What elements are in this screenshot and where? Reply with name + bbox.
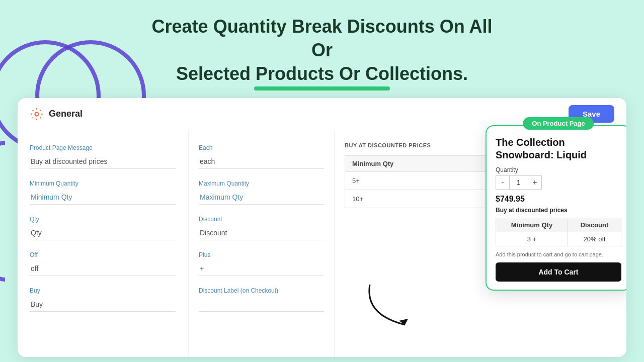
min-qty-label: Minimum Quantity xyxy=(30,180,176,187)
discount-group: Discount xyxy=(199,216,324,240)
product-page-message-input[interactable] xyxy=(30,154,176,169)
qty-value: 1 xyxy=(510,175,528,190)
mini-table-col-discount: Discount xyxy=(568,218,621,232)
card-body: Product Page Message Minimum Quantity Qt… xyxy=(18,130,626,357)
discount-label-group: Discount Label (on Checkout) xyxy=(199,287,324,312)
table-cell-min-qty-1: 5+ xyxy=(345,172,499,190)
page-title: Create Quantity Break Discounts On All O… xyxy=(146,15,498,90)
each-group: Each xyxy=(199,144,324,169)
min-qty-input[interactable] xyxy=(30,190,176,205)
cart-note: Add this product to cart and go to cart … xyxy=(496,251,621,257)
product-title: The Collection Snowboard: Liquid xyxy=(496,136,621,161)
table-cell-min-qty-2: 10+ xyxy=(345,190,499,208)
buy-group: Buy xyxy=(30,287,176,312)
card-title: General xyxy=(49,109,83,119)
table-col-min-qty: Minimum Qty xyxy=(345,156,499,172)
middle-form-panel: Each Maximum Quantity Discount Plus Disc… xyxy=(189,130,335,357)
off-input[interactable] xyxy=(30,261,176,276)
main-card: General Save Product Page Message Minimu… xyxy=(18,98,626,357)
table-panel: BUY AT DISCOUNTED PRICES Minimum Qty Dis… xyxy=(335,130,626,357)
buy-discounted-label: Buy at discounted prices xyxy=(496,207,621,214)
max-qty-group: Maximum Quantity xyxy=(199,180,324,205)
qty-minus-button[interactable]: - xyxy=(496,175,510,190)
add-to-cart-button[interactable]: Add To Cart xyxy=(496,262,621,282)
each-input[interactable] xyxy=(199,154,324,169)
each-label: Each xyxy=(199,144,324,151)
product-page-message-label: Product Page Message xyxy=(30,144,176,151)
discount-label: Discount xyxy=(199,216,324,223)
buy-label: Buy xyxy=(30,287,176,294)
discount-input[interactable] xyxy=(199,226,324,240)
plus-group: Plus xyxy=(199,251,324,276)
off-group: Off xyxy=(30,251,176,276)
gear-icon xyxy=(30,107,44,121)
product-card-badge: On Product Page xyxy=(523,117,594,130)
card-header-left: General xyxy=(30,107,83,121)
qty-stepper: - 1 + xyxy=(496,175,621,190)
right-section: Each Maximum Quantity Discount Plus Disc… xyxy=(189,130,626,357)
title-underline xyxy=(254,86,390,90)
mini-table-col-min-qty: Minimum Qty xyxy=(496,218,568,232)
page-header: Create Quantity Break Discounts On All O… xyxy=(0,15,644,90)
buy-input[interactable] xyxy=(30,297,176,312)
plus-label: Plus xyxy=(199,251,324,258)
qty-input[interactable] xyxy=(30,226,176,240)
left-form-panel: Product Page Message Minimum Quantity Qt… xyxy=(18,130,189,357)
product-preview-card: On Product Page The Collection Snowboard… xyxy=(486,125,626,291)
min-qty-group: Minimum Quantity xyxy=(30,180,176,205)
mini-table-cell-min-qty: 3 + xyxy=(496,232,568,246)
product-price: $749.95 xyxy=(496,195,621,204)
mini-discount-table: Minimum Qty Discount 3 + 20% off xyxy=(496,218,621,246)
product-page-message-group: Product Page Message xyxy=(30,144,176,169)
mini-table-row: 3 + 20% off xyxy=(496,232,621,246)
off-label: Off xyxy=(30,251,176,258)
product-qty-label: Quantity xyxy=(496,166,621,173)
arrow-icon xyxy=(360,280,425,335)
qty-group: Qty xyxy=(30,216,176,240)
discount-checkout-input[interactable] xyxy=(199,297,324,312)
qty-plus-button[interactable]: + xyxy=(528,175,542,190)
plus-input[interactable] xyxy=(199,261,324,276)
max-qty-label: Maximum Quantity xyxy=(199,180,324,187)
max-qty-input[interactable] xyxy=(199,190,324,205)
svg-point-0 xyxy=(35,112,39,116)
discount-checkout-label: Discount Label (on Checkout) xyxy=(199,287,324,294)
mini-table-cell-discount: 20% off xyxy=(568,232,621,246)
qty-label: Qty xyxy=(30,216,176,223)
